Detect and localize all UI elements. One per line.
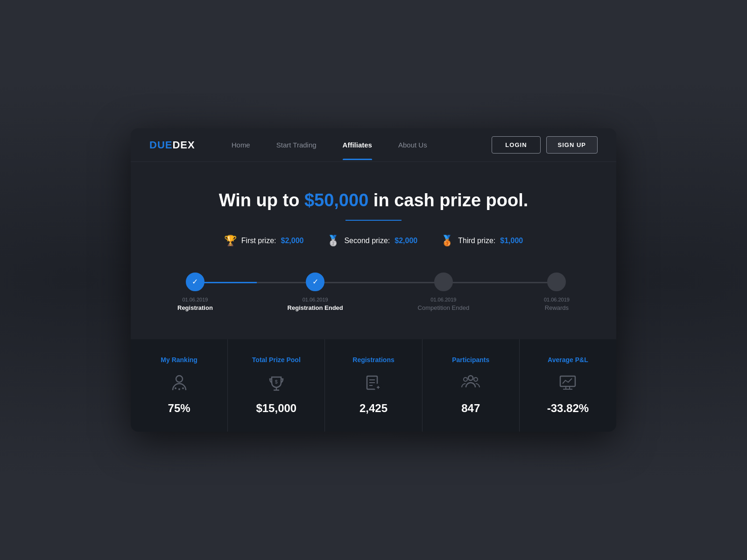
hero-divider [345, 220, 402, 221]
prize-third: 🥉 Third prize: $1,000 [441, 235, 523, 247]
node-label-4: Rewards [545, 304, 569, 311]
nav-about-us[interactable]: About Us [385, 130, 440, 160]
nav-links: Home Start Trading Affiliates About Us [218, 130, 492, 160]
stat-pl-value: -33.82% [529, 402, 607, 415]
svg-text:$: $ [275, 379, 278, 385]
nav-start-trading[interactable]: Start Trading [263, 130, 330, 160]
stat-prize-pool: Total Prize Pool $ $15,000 [228, 339, 325, 432]
svg-rect-17 [560, 376, 575, 386]
stat-registrations: Registrations 2,425 [325, 339, 422, 432]
node-circle-4 [547, 273, 566, 291]
stat-prize-value: $15,000 [237, 402, 315, 415]
stat-reg-value: 2,425 [334, 402, 412, 415]
stat-part-value: 847 [432, 402, 510, 415]
prize-second-amount: $2,000 [395, 237, 417, 245]
prize-third-amount: $1,000 [500, 237, 523, 245]
prize-second: 🥈 Second prize: $2,000 [327, 235, 417, 247]
prizes-row: 🏆 First prize: $2,000 🥈 Second prize: $2… [149, 235, 598, 247]
participants-icon [432, 371, 510, 394]
stats-section: My Ranking 75% Total Prize Pool [131, 339, 616, 432]
navbar: DUEDEX Home Start Trading Affiliates Abo… [131, 128, 616, 162]
login-button[interactable]: LOGIN [492, 136, 540, 154]
prize-first-amount: $2,000 [281, 237, 303, 245]
svg-point-0 [176, 376, 183, 382]
nav-affiliates[interactable]: Affiliates [330, 130, 385, 160]
node-circle-1: ✓ [186, 273, 204, 291]
timeline-node-4: 01.06.2019 Rewards [544, 273, 570, 311]
svg-point-1 [175, 387, 176, 389]
svg-point-15 [464, 378, 467, 381]
hero-section: Win up to $50,000 in cash prize pool. 🏆 … [131, 162, 616, 339]
prize-first: 🏆 First prize: $2,000 [224, 235, 304, 247]
main-card: DUEDEX Home Start Trading Affiliates Abo… [131, 128, 616, 432]
svg-point-16 [474, 378, 478, 381]
timeline-track: ✓ 01.06.2019 Registration ✓ 01.06.2019 R… [177, 273, 570, 311]
node-date-3: 01.06.2019 [430, 297, 456, 302]
hero-title-after: in cash prize pool. [368, 190, 528, 210]
svg-point-2 [178, 388, 180, 390]
timeline: ✓ 01.06.2019 Registration ✓ 01.06.2019 R… [149, 273, 598, 311]
stat-ranking-value: 75% [140, 402, 218, 415]
stat-prize-label: Total Prize Pool [237, 356, 315, 364]
trophy-icon-gold: 🏆 [224, 235, 237, 247]
nav-buttons: LOGIN SIGN UP [492, 136, 598, 154]
stat-ranking-label: My Ranking [140, 356, 218, 364]
ranking-icon [140, 371, 218, 394]
svg-point-3 [182, 387, 184, 389]
node-label-1: Registration [177, 304, 213, 311]
hero-title: Win up to $50,000 in cash prize pool. [149, 190, 598, 211]
timeline-node-2: ✓ 01.06.2019 Registration Ended [288, 273, 343, 311]
stat-participants: Participants 847 [423, 339, 520, 432]
node-circle-3 [434, 273, 453, 291]
nav-home[interactable]: Home [218, 130, 263, 160]
registrations-icon [334, 371, 412, 394]
timeline-node-1: ✓ 01.06.2019 Registration [177, 273, 213, 311]
prize-first-label: First prize: [241, 237, 276, 245]
svg-point-14 [468, 376, 473, 380]
stat-reg-label: Registrations [334, 356, 412, 364]
stat-part-label: Participants [432, 356, 510, 364]
prize-icon: $ [237, 371, 315, 394]
prize-second-label: Second prize: [344, 237, 390, 245]
logo: DUEDEX [149, 139, 195, 151]
stat-pl-label: Average P&L [529, 356, 607, 364]
prize-third-label: Third prize: [458, 237, 495, 245]
node-date-4: 01.06.2019 [544, 297, 570, 302]
node-label-3: Competition Ended [418, 304, 470, 311]
node-circle-2: ✓ [306, 273, 324, 291]
node-date-1: 01.06.2019 [182, 297, 208, 302]
hero-title-before: Win up to [219, 190, 304, 210]
logo-part1: DUE [149, 139, 172, 151]
node-label-2: Registration Ended [288, 304, 343, 311]
logo-part2: DEX [172, 139, 195, 151]
hero-title-amount: $50,000 [304, 190, 368, 210]
timeline-node-3: 01.06.2019 Competition Ended [418, 273, 470, 311]
signup-button[interactable]: SIGN UP [546, 136, 598, 154]
trophy-icon-silver: 🥈 [327, 235, 339, 247]
stat-my-ranking: My Ranking 75% [131, 339, 228, 432]
trophy-icon-bronze: 🥉 [441, 235, 453, 247]
chart-icon [529, 371, 607, 394]
node-date-2: 01.06.2019 [303, 297, 328, 302]
stat-avg-pl: Average P&L -33.82% [520, 339, 616, 432]
